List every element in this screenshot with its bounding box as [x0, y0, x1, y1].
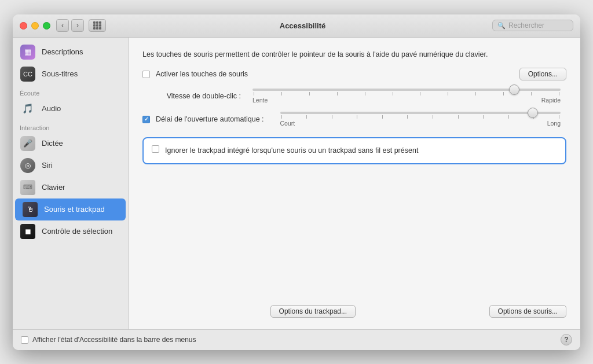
help-button[interactable]: ?: [561, 334, 572, 345]
sidebar-item-clavier[interactable]: ⌨ Clavier: [13, 177, 128, 198]
sidebar: ▦ Descriptions CC Sous-titres Écoute 🎵 A…: [13, 38, 129, 329]
sidebar-item-sous-titres[interactable]: CC Sous-titres: [13, 63, 128, 85]
controle-icon: ◼: [20, 224, 35, 239]
delay-checkbox[interactable]: [142, 116, 150, 123]
statusbar-check-row: Afficher l'état d'Accessibilité dans la …: [21, 336, 196, 344]
close-button[interactable]: [20, 22, 27, 30]
statusbar-checkbox[interactable]: [21, 336, 28, 344]
delay-slider-thumb[interactable]: [528, 108, 538, 118]
window-title: Accessibilité: [113, 21, 492, 30]
speed-slider-row: Vitesse de double-clic : Lente: [142, 89, 566, 104]
sidebar-label-siri: Siri: [42, 161, 53, 170]
titlebar: ‹ › Accessibilité 🔍 Rechercher: [13, 14, 580, 38]
sidebar-label-audio: Audio: [42, 104, 61, 113]
sidebar-label-clavier: Clavier: [42, 183, 65, 192]
sidebar-item-souris[interactable]: 🖱 Souris et trackpad: [15, 198, 126, 220]
grid-button[interactable]: [89, 19, 106, 32]
sidebar-item-dictee[interactable]: 🎤 Dictée: [13, 133, 128, 155]
souris-icon: 🖱: [23, 202, 38, 217]
speed-right-label: Rapide: [541, 97, 561, 104]
delay-left-label: Court: [280, 120, 295, 127]
statusbar: Afficher l'état d'Accessibilité dans la …: [13, 329, 580, 350]
speed-slider-label: Vitesse de double-clic :: [142, 92, 241, 100]
sidebar-item-controle[interactable]: ◼ Contrôle de sélection: [13, 220, 128, 242]
subtitles-icon: CC: [20, 67, 35, 82]
sidebar-label-controle: Contrôle de sélection: [42, 227, 112, 236]
search-icon: 🔍: [497, 22, 506, 30]
nav-buttons: ‹ ›: [56, 19, 84, 32]
delay-slider-container: Court Long: [280, 112, 561, 127]
trackpad-options-button[interactable]: Options du trackpad...: [270, 305, 356, 318]
forward-button[interactable]: ›: [71, 19, 84, 32]
description-text: Les touches de souris permettent de cont…: [142, 49, 490, 60]
delay-right-label: Long: [547, 120, 561, 127]
delay-slider-label: Délai de l'ouverture automatique :: [156, 115, 264, 123]
speed-slider-section: Vitesse de double-clic : Lente: [142, 89, 566, 104]
souris-options-button[interactable]: Options de souris...: [489, 305, 566, 318]
statusbar-label: Afficher l'état d'Accessibilité dans la …: [32, 336, 196, 344]
bottom-buttons: Options du trackpad... Options de souris…: [142, 299, 566, 318]
ignore-trackpad-label: Ignorer le trackpad intégré lorsqu'une s…: [165, 145, 418, 156]
main-panel: Les touches de souris permettent de cont…: [129, 38, 580, 329]
delay-slider-track[interactable]: [280, 112, 561, 114]
delay-slider-row: Délai de l'ouverture automatique :: [142, 112, 566, 127]
siri-icon: ◎: [20, 158, 35, 173]
audio-icon: 🎵: [20, 101, 35, 116]
sidebar-item-siri[interactable]: ◎ Siri: [13, 155, 128, 177]
section-ecoute-label: Écoute: [13, 85, 128, 98]
options-button[interactable]: Options...: [519, 68, 566, 80]
main-window: ‹ › Accessibilité 🔍 Rechercher ▦ Descrip…: [13, 14, 580, 350]
speed-slider-container: Lente Rapide: [252, 89, 561, 104]
speed-slider-labels: Lente Rapide: [252, 97, 561, 104]
minimize-button[interactable]: [31, 22, 39, 30]
activate-checkbox[interactable]: [142, 71, 150, 78]
search-input-placeholder: Rechercher: [508, 21, 544, 30]
sidebar-label-dictee: Dictée: [42, 139, 63, 148]
maximize-button[interactable]: [43, 22, 50, 30]
delay-slider-section: Délai de l'ouverture automatique :: [142, 112, 566, 127]
sidebar-label-souris: Souris et trackpad: [44, 205, 105, 214]
traffic-lights: [20, 22, 50, 30]
sidebar-label-sous-titres: Sous-titres: [42, 69, 78, 78]
speed-slider-track[interactable]: [252, 89, 561, 91]
clavier-icon: ⌨: [20, 180, 35, 195]
search-box[interactable]: 🔍 Rechercher: [492, 20, 573, 31]
dictee-icon: 🎤: [20, 136, 35, 151]
activate-row: Activer les touches de souris Options...: [142, 68, 566, 80]
descriptions-icon: ▦: [20, 45, 35, 60]
ignore-trackpad-box: Ignorer le trackpad intégré lorsqu'une s…: [142, 137, 566, 164]
delay-slider-labels: Court Long: [280, 120, 561, 127]
section-interaction-label: Interaction: [13, 120, 128, 133]
back-button[interactable]: ‹: [56, 19, 69, 32]
activate-label: Activer les touches de souris: [156, 70, 248, 78]
ignore-trackpad-checkbox[interactable]: [152, 145, 159, 153]
sidebar-label-descriptions: Descriptions: [42, 47, 83, 56]
content-area: ▦ Descriptions CC Sous-titres Écoute 🎵 A…: [13, 38, 580, 329]
delay-slider-ticks: [280, 115, 561, 119]
speed-left-label: Lente: [252, 97, 268, 104]
grid-icon: [93, 21, 101, 30]
sidebar-item-audio[interactable]: 🎵 Audio: [13, 98, 128, 120]
sidebar-item-descriptions[interactable]: ▦ Descriptions: [13, 41, 128, 63]
